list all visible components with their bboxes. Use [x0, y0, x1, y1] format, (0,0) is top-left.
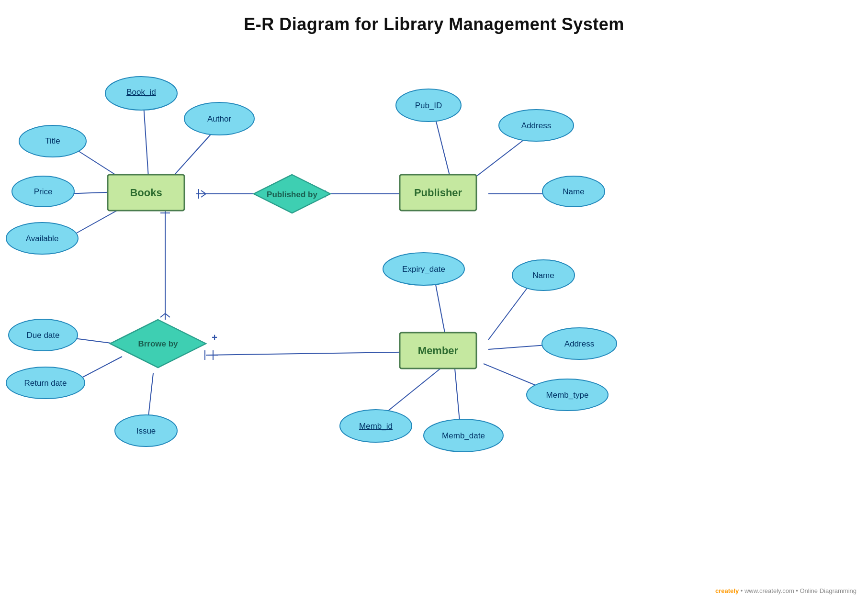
due-date-label: Due date [27, 331, 60, 340]
svg-line-28 [488, 282, 531, 340]
svg-line-19 [165, 313, 170, 317]
svg-line-14 [469, 134, 531, 182]
svg-line-7 [201, 190, 206, 194]
title-label: Title [45, 136, 60, 145]
svg-line-0 [144, 105, 148, 177]
member-name-label: Name [532, 271, 554, 280]
return-date-label: Return date [24, 379, 67, 388]
svg-line-32 [455, 368, 460, 421]
svg-line-2 [172, 129, 215, 177]
watermark: creately • www.creately.com • Online Dia… [715, 587, 857, 594]
pub-id-label: Pub_ID [415, 101, 442, 110]
expiry-date-label: Expiry_date [402, 265, 445, 274]
brand-name: creately [715, 587, 739, 594]
svg-line-26 [148, 373, 153, 416]
price-label: Price [34, 187, 53, 196]
brrowe-by-label: Brrowe by [138, 339, 178, 348]
brrowe-plus: + [212, 332, 217, 343]
publisher-address-label: Address [521, 121, 551, 130]
member-label: Member [418, 345, 459, 357]
svg-line-8 [201, 194, 206, 197]
svg-line-27 [436, 285, 445, 335]
svg-line-13 [436, 120, 450, 177]
svg-line-20 [206, 352, 426, 355]
publisher-label: Publisher [414, 187, 462, 199]
book-id-label: Book_id [126, 88, 156, 97]
member-address-label: Address [564, 339, 594, 348]
memb-date-label: Memb_date [442, 431, 485, 440]
svg-line-18 [160, 313, 165, 317]
memb-type-label: Memb_type [546, 391, 589, 400]
memb-id-label: Memb_id [359, 422, 393, 431]
available-label: Available [26, 234, 59, 243]
er-diagram: Books Publisher Member Published by Brro… [0, 0, 868, 603]
published-by-label: Published by [267, 190, 317, 199]
publisher-name-label: Name [563, 187, 584, 196]
books-label: Books [130, 187, 162, 199]
author-label: Author [207, 114, 231, 123]
issue-label: Issue [136, 426, 156, 436]
watermark-text: • www.creately.com • Online Diagramming [741, 587, 857, 594]
